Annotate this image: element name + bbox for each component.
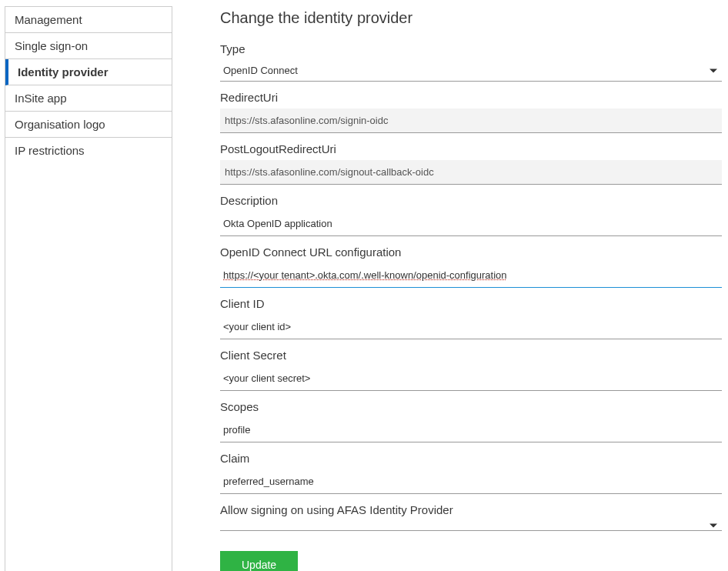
post-logout-redirect-uri-input xyxy=(220,160,722,185)
client-id-input[interactable] xyxy=(220,315,722,339)
type-select[interactable]: OpenID Connect xyxy=(220,60,722,82)
allow-afas-idp-select[interactable] xyxy=(220,521,722,531)
sidebar-item-organisation-logo[interactable]: Organisation logo xyxy=(5,112,172,138)
sidebar-item-identity-provider[interactable]: Identity provider xyxy=(5,59,172,85)
scopes-label: Scopes xyxy=(220,400,722,413)
sidebar-item-management[interactable]: Management xyxy=(5,7,172,33)
client-secret-input[interactable] xyxy=(220,366,722,391)
description-label: Description xyxy=(220,194,722,207)
main-content: Change the identity provider Type OpenID… xyxy=(172,6,728,571)
redirect-uri-label: RedirectUri xyxy=(220,91,722,104)
post-logout-redirect-uri-label: PostLogoutRedirectUri xyxy=(220,142,722,155)
allow-afas-idp-label: Allow signing on using AFAS Identity Pro… xyxy=(220,503,722,516)
sidebar: Management Single sign-on Identity provi… xyxy=(5,6,172,571)
client-id-label: Client ID xyxy=(220,297,722,310)
scopes-input[interactable] xyxy=(220,418,722,442)
claim-label: Claim xyxy=(220,452,722,465)
sidebar-item-insite-app[interactable]: InSite app xyxy=(5,85,172,112)
type-label: Type xyxy=(220,42,722,55)
redirect-uri-input xyxy=(220,109,722,133)
sidebar-item-single-sign-on[interactable]: Single sign-on xyxy=(5,33,172,59)
client-secret-label: Client Secret xyxy=(220,349,722,362)
allow-afas-idp-select-value xyxy=(220,521,722,530)
page-title: Change the identity provider xyxy=(220,9,722,27)
update-button[interactable]: Update xyxy=(220,551,298,571)
openid-config-url-label: OpenID Connect URL configuration xyxy=(220,245,722,259)
claim-input[interactable] xyxy=(220,469,722,494)
openid-config-url-input[interactable] xyxy=(220,263,722,288)
description-input[interactable] xyxy=(220,212,722,236)
type-select-value: OpenID Connect xyxy=(220,60,722,81)
sidebar-item-ip-restrictions[interactable]: IP restrictions xyxy=(5,138,172,163)
